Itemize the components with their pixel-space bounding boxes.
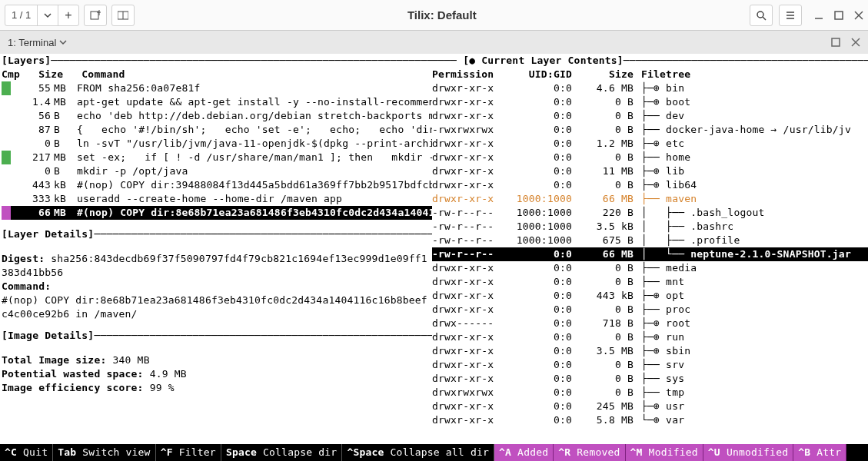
wasted-space: Potential wasted space: 4.9 MB <box>2 367 432 381</box>
layer-row[interactable]: 1.4MBapt-get update && apt-get install -… <box>2 95 432 109</box>
pager-add[interactable]: + <box>58 5 78 25</box>
filetree-row[interactable]: drwxr-xr-x0:04.6 MB├─⊕ bin <box>432 81 868 95</box>
file-name: ├─⊕ sbin <box>634 344 868 358</box>
legend-key: ^B Attr <box>793 444 846 461</box>
layer-row[interactable]: 56Becho 'deb http://deb.debian.org/debia… <box>2 109 432 123</box>
file-name: ├─⊕ root <box>634 317 868 330</box>
layer-row[interactable]: 0Bmkdir -p /opt/java <box>2 164 432 178</box>
filetree-row[interactable]: -rw-r--r--1000:10003.5 kB│ ├── .bashrc <box>432 220 868 234</box>
filetree-row[interactable]: drwxr-xr-x0:00 B├── sys <box>432 372 868 386</box>
filetree-row[interactable]: drwxr-xr-x0:03.5 MB├─⊕ sbin <box>432 344 868 358</box>
layer-row[interactable]: 55MBFROM sha256:0a07e81f <box>2 81 432 95</box>
file-name: │ ├── .bashrc <box>634 220 868 234</box>
filetree-row[interactable]: drwxr-xr-x0:00 B├─⊕ boot <box>432 95 868 109</box>
layer-size: 0 <box>11 137 51 151</box>
hamburger-button[interactable] <box>779 5 802 26</box>
close-button[interactable] <box>854 11 863 20</box>
filetree-row[interactable]: -rw-r--r--1000:1000220 B│ ├── .bash_logo… <box>432 206 868 220</box>
file-name: │ └── neptune-2.1.0-SNAPSHOT.jar <box>634 247 868 261</box>
layer-columns: Cmp Size Command <box>2 68 432 81</box>
filetree-list: drwxr-xr-x0:04.6 MB├─⊕ bindrwxr-xr-x0:00… <box>432 81 868 427</box>
filetree-row[interactable]: drwxr-xr-x0:011 MB├─⊕ lib <box>432 164 868 178</box>
file-size: 0 B <box>572 275 634 289</box>
layer-mark <box>2 192 11 206</box>
file-uidgid: 0:0 <box>503 330 572 344</box>
layer-row[interactable]: 217MBset -ex; if [ ! -d /usr/share/man/m… <box>2 151 432 164</box>
close-icon <box>851 38 860 47</box>
file-permission: drwxr-xr-x <box>432 164 503 178</box>
help-key: Space Collapse dir <box>221 444 343 461</box>
filetree-row[interactable]: drwxr-xr-x0:01.2 MB├─⊕ etc <box>432 137 868 151</box>
layer-row[interactable]: 333kBuseradd --create-home --home-dir /m… <box>2 192 432 206</box>
layer-command: FROM sha256:0a07e81f <box>72 81 432 95</box>
filetree-row[interactable]: drwxr-xr-x0:00 B├── mnt <box>432 275 868 289</box>
legend-key: ^R Removed <box>554 444 625 461</box>
file-name: ├── home <box>634 151 868 164</box>
file-uidgid: 0:0 <box>503 95 572 109</box>
filetree-row[interactable]: drwxr-xr-x0:00 B├── dev <box>432 109 868 123</box>
layer-command: #(nop) COPY dir:8e68b71ea23a681486f3eb43… <box>72 206 432 220</box>
filetree-row[interactable]: drwxr-xr-x0:00 B├─⊕ run <box>432 330 868 344</box>
filetree-row[interactable]: drwxr-xr-x1000:100066 MB├── maven <box>432 192 868 206</box>
filetree-row[interactable]: -rwxrwxrwx0:00 B├── docker-java-home → /… <box>432 123 868 137</box>
tab-maximize-button[interactable] <box>831 38 840 47</box>
filetree-row[interactable]: -rw-r--r--1000:1000675 B│ ├── .profile <box>432 234 868 247</box>
file-size: 0 B <box>572 386 634 400</box>
new-terminal-button[interactable] <box>84 5 107 26</box>
filetree-row[interactable]: drwxr-xr-x0:00 B├── srv <box>432 358 868 372</box>
layout-button[interactable] <box>111 5 135 26</box>
tab-close-button[interactable] <box>851 38 860 47</box>
file-uidgid: 0:0 <box>503 413 572 427</box>
layer-command: apt-get update && apt-get install -y --n… <box>72 95 432 109</box>
search-button[interactable] <box>750 5 773 26</box>
layer-row[interactable]: 66MB#(nop) COPY dir:8e68b71ea23a681486f3… <box>2 206 432 220</box>
file-uidgid: 0:0 <box>503 123 572 137</box>
filetree-row[interactable]: drwxr-xr-x0:0443 kB├─⊕ opt <box>432 289 868 303</box>
file-name: ├── docker-java-home → /usr/lib/jv <box>634 123 868 137</box>
filetree-row[interactable]: drwxr-xr-x0:00 B├── home <box>432 151 868 164</box>
layer-mark <box>2 164 11 178</box>
layer-size: 55 <box>11 81 51 95</box>
file-uidgid: 1000:1000 <box>503 206 572 220</box>
file-name: ├─⊕ bin <box>634 81 868 95</box>
filetree-row[interactable]: drwxr-xr-x0:0245 MB├─⊕ usr <box>432 400 868 413</box>
svg-rect-14 <box>832 38 840 46</box>
file-uidgid: 0:0 <box>503 358 572 372</box>
layer-unit: B <box>51 137 72 151</box>
filetree-row[interactable]: drwxr-xr-x0:00 B├── media <box>432 261 868 275</box>
digest-line: Digest: sha256:843decdb69f37f5090797fd4f… <box>2 252 432 280</box>
maximize-icon <box>831 38 840 47</box>
file-permission: drwxr-xr-x <box>432 400 503 413</box>
filetree-row[interactable]: drwxr-xr-x0:00 B├─⊕ lib64 <box>432 178 868 192</box>
maximize-button[interactable] <box>834 11 843 20</box>
file-size: 5.8 MB <box>572 413 634 427</box>
pager-dropdown[interactable] <box>38 5 58 25</box>
filetree-row[interactable]: drwxr-xr-x0:05.8 MB└─⊕ var <box>432 413 868 427</box>
layer-command: useradd --create-home --home-dir /maven … <box>72 192 432 206</box>
file-permission: drwxr-xr-x <box>432 81 503 95</box>
layer-mark <box>2 137 11 151</box>
file-size: 0 B <box>572 372 634 386</box>
layer-row[interactable]: 443kB#(nop) COPY dir:39488084f13d445a5bd… <box>2 178 432 192</box>
layer-row[interactable]: 87B{ echo '#!/bin/sh'; echo 'set -e'; ec… <box>2 123 432 137</box>
filetree-row[interactable]: drwx------0:0718 B├─⊕ root <box>432 317 868 330</box>
file-size: 675 B <box>572 234 634 247</box>
filetree-row[interactable]: drwxr-xr-x0:00 B├── proc <box>432 303 868 317</box>
file-name: ├─⊕ etc <box>634 137 868 151</box>
minimize-button[interactable] <box>814 11 823 20</box>
file-permission: -rwxrwxrwx <box>432 123 503 137</box>
layer-unit: MB <box>51 151 72 164</box>
tab-terminal[interactable]: 1: Terminal <box>8 37 67 48</box>
file-uidgid: 0:0 <box>503 303 572 317</box>
layer-size: 56 <box>11 109 51 123</box>
terminal-area[interactable]: [Layers]────────────────────────────────… <box>0 54 868 461</box>
file-uidgid: 0:0 <box>503 109 572 123</box>
layers-pane: [Layers]────────────────────────────────… <box>0 54 432 444</box>
session-pager: 1 / 1 + <box>5 5 79 26</box>
layer-size: 1.4 <box>11 95 51 109</box>
filetree-row[interactable]: -rw-r--r--0:066 MB│ └── neptune-2.1.0-SN… <box>432 247 868 261</box>
total-image-size: Total Image size: 340 MB <box>2 353 432 367</box>
layer-row[interactable]: 0Bln -svT "/usr/lib/jvm/java-11-openjdk-… <box>2 137 432 151</box>
filetree-row[interactable]: drwxrwxrwx0:00 B├── tmp <box>432 386 868 400</box>
efficiency-score: Image efficiency score: 99 % <box>2 381 432 395</box>
